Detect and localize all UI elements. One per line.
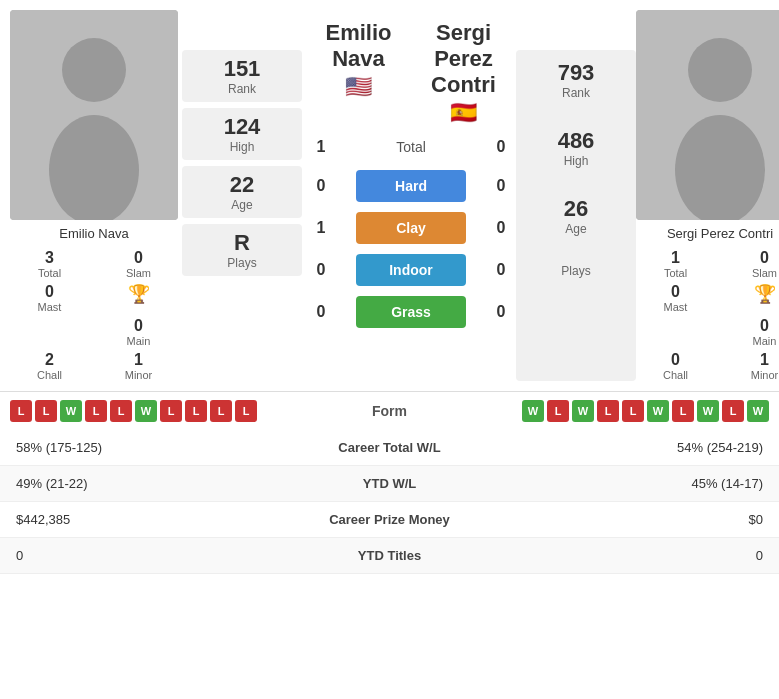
stat-right-val: 45% (14-17): [506, 466, 779, 502]
svg-point-4: [688, 38, 752, 102]
right-total-label: Total: [636, 267, 715, 279]
form-badge-right: W: [647, 400, 669, 422]
left-plays-box: R Plays: [182, 224, 302, 276]
right-high-label: High: [520, 154, 632, 168]
total-row: 1 Total 0: [306, 138, 516, 156]
form-label: Form: [372, 403, 407, 419]
hard-row: 0 Hard 0: [306, 170, 516, 202]
stat-right-val: 54% (254-219): [506, 430, 779, 466]
left-player-stats-grid: 3 Total 0 Slam 0 Mast 🏆 0: [10, 249, 178, 381]
right-main-cell: 0 Main: [725, 317, 779, 347]
stat-left-val: 49% (21-22): [0, 466, 273, 502]
form-badge-right: W: [697, 400, 719, 422]
form-badge-right: W: [522, 400, 544, 422]
left-total-val: 3: [10, 249, 89, 267]
left-plays-label: Plays: [186, 256, 298, 270]
left-total-label: Total: [10, 267, 89, 279]
right-chall-label: Chall: [636, 369, 715, 381]
clay-right: 0: [486, 219, 516, 237]
left-mast-val: 0: [10, 283, 89, 301]
right-flag: 🇪🇸: [411, 100, 516, 126]
left-age-val: 22: [186, 172, 298, 198]
left-chall-val: 2: [10, 351, 89, 369]
form-badge-left: L: [85, 400, 107, 422]
left-mast-label: Mast: [10, 301, 89, 313]
form-badge-right: W: [747, 400, 769, 422]
right-slam-label: Slam: [725, 267, 779, 279]
left-slam-val: 0: [99, 249, 178, 267]
stats-row: 58% (175-125) Career Total W/L 54% (254-…: [0, 430, 779, 466]
center-surface-area: Emilio Nava 🇺🇸 Sergi Perez Contri 🇪🇸 1 T…: [306, 10, 516, 381]
right-trophy-cell: 🏆: [725, 283, 779, 313]
form-badge-right: L: [722, 400, 744, 422]
right-minor-label: Minor: [725, 369, 779, 381]
left-high-label: High: [186, 140, 298, 154]
stat-left-val: 0: [0, 538, 273, 574]
left-age-label: Age: [186, 198, 298, 212]
right-total-cell: 1 Total: [636, 249, 715, 279]
right-mast-val: 0: [636, 283, 715, 301]
left-rank-label: Rank: [186, 82, 298, 96]
right-total-val: 1: [636, 249, 715, 267]
grass-button: Grass: [356, 296, 466, 328]
total-right-count: 0: [486, 138, 516, 156]
main-container: Emilio Nava 3 Total 0 Slam 0 Mast 🏆: [0, 0, 779, 574]
grass-left: 0: [306, 303, 336, 321]
form-badge-left: L: [210, 400, 232, 422]
right-slam-cell: 0 Slam: [725, 249, 779, 279]
form-badge-left: L: [110, 400, 132, 422]
right-player-silhouette: [636, 10, 779, 220]
left-flag: 🇺🇸: [306, 74, 411, 100]
left-minor-val: 1: [99, 351, 178, 369]
left-trophy-icon: 🏆: [99, 283, 178, 305]
right-name-top: Sergi Perez Contri 🇪🇸: [411, 20, 516, 126]
right-high-val: 486: [520, 128, 632, 154]
stat-right-val: $0: [506, 502, 779, 538]
indoor-button: Indoor: [356, 254, 466, 286]
indoor-right: 0: [486, 261, 516, 279]
right-trophy-icon: 🏆: [725, 283, 779, 305]
right-rank-val: 793: [520, 60, 632, 86]
form-badge-left: L: [10, 400, 32, 422]
right-mast-label: Mast: [636, 301, 715, 313]
surface-rows: 0 Hard 0 1 Clay 0 0 Indoor 0 0 Grass: [306, 170, 516, 328]
clay-left: 1: [306, 219, 336, 237]
stat-center-label: YTD Titles: [273, 538, 507, 574]
right-age-label: Age: [520, 222, 632, 236]
left-player-photo: [10, 10, 178, 220]
total-label: Total: [356, 139, 466, 155]
grass-right: 0: [486, 303, 516, 321]
stat-left-val: 58% (175-125): [0, 430, 273, 466]
right-rank-label: Rank: [520, 86, 632, 100]
svg-point-1: [62, 38, 126, 102]
form-section: LLWLLWLLLL Form WLWLLWLWLW: [0, 391, 779, 430]
svg-point-5: [675, 115, 765, 220]
stats-row: $442,385 Career Prize Money $0: [0, 502, 779, 538]
left-name-top: Emilio Nava 🇺🇸: [306, 20, 411, 100]
right-player-block: Sergi Perez Contri 1 Total 0 Slam 0 Mast…: [636, 10, 779, 381]
right-chall-cell: 0 Chall: [636, 351, 715, 381]
right-form-badges: WLWLLWLWLW: [522, 400, 769, 422]
clay-button: Clay: [356, 212, 466, 244]
right-player-photo: [636, 10, 779, 220]
form-badge-left: W: [60, 400, 82, 422]
left-player-name-under: Emilio Nava: [59, 226, 128, 241]
form-badge-right: L: [597, 400, 619, 422]
clay-row: 1 Clay 0: [306, 212, 516, 244]
left-chall-label: Chall: [10, 369, 89, 381]
right-plays-box: Plays: [520, 264, 632, 278]
left-total-cell: 3 Total: [10, 249, 89, 279]
form-badge-right: L: [672, 400, 694, 422]
right-player-name-under: Sergi Perez Contri: [667, 226, 773, 241]
stat-right-val: 0: [506, 538, 779, 574]
right-player-stats-grid: 1 Total 0 Slam 0 Mast 🏆 0: [636, 249, 779, 381]
left-trophy-cell: 🏆: [99, 283, 178, 313]
hard-button: Hard: [356, 170, 466, 202]
total-left-count: 1: [306, 138, 336, 156]
indoor-left: 0: [306, 261, 336, 279]
left-slam-cell: 0 Slam: [99, 249, 178, 279]
top-section: Emilio Nava 3 Total 0 Slam 0 Mast 🏆: [0, 0, 779, 391]
left-player-silhouette: [10, 10, 178, 220]
right-slam-val: 0: [725, 249, 779, 267]
form-badge-left: L: [160, 400, 182, 422]
